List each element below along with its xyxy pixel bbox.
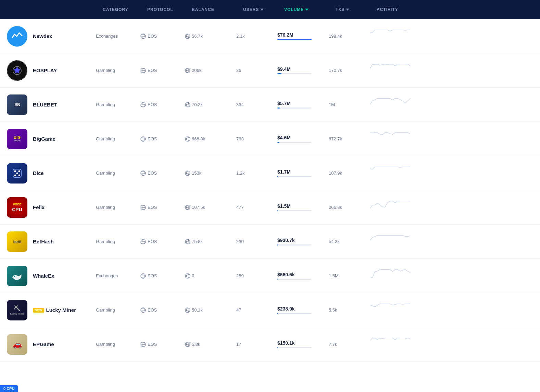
volume-bar-container (277, 279, 312, 280)
cell-users-newdex: 2.1k (236, 34, 277, 39)
users-sort-icon (260, 9, 264, 11)
svg-point-27 (14, 170, 16, 172)
app-name-text: BetHash (33, 239, 54, 244)
app-name-text: BLUEBET (33, 102, 57, 108)
eos-icon (140, 170, 146, 176)
cell-protocol-bluebet: EOS (140, 102, 185, 108)
eos-icon (140, 239, 146, 244)
volume-bar-container (277, 244, 312, 245)
header-balance[interactable]: BALANCE (192, 7, 243, 12)
cell-txs-bluebet: 1M (329, 102, 370, 107)
header-protocol[interactable]: PROTOCOL (147, 7, 192, 12)
volume-bar-container (277, 73, 312, 74)
eos-icon (140, 102, 146, 108)
header-volume[interactable]: VOLUME (284, 7, 336, 12)
cell-volume-newdex: $76.2M (277, 32, 329, 40)
app-name-felix[interactable]: Felix (27, 204, 96, 210)
eos-icon (140, 68, 146, 73)
table-row[interactable]: Dice Gambling EOS 153k 1.2k $1.7M (0, 156, 540, 190)
table-row[interactable]: WhaleEx Exchanges EOS 0 259 $660.6k (0, 259, 540, 293)
cell-activity-whaleex (370, 268, 533, 283)
cell-protocol-eosplay: EOS (140, 68, 185, 73)
app-name-eosplay[interactable]: EOSPLAY (27, 67, 96, 73)
table-row[interactable]: FREECPU Felix Gambling EOS 107.5k 477 $1… (0, 190, 540, 225)
cell-volume-epgame: $150.1k (277, 340, 329, 348)
header-users[interactable]: USERS (243, 7, 284, 12)
app-name-text: EOSPLAY (33, 67, 57, 73)
table-row[interactable]: EOSPLAY Gambling EOS 206k 26 $9.4M (0, 53, 540, 88)
balance-eos-icon (185, 342, 190, 347)
volume-value: $9.4M (277, 66, 291, 72)
app-name-epgame[interactable]: EPGame (27, 341, 96, 347)
volume-value: $238.9k (277, 306, 295, 312)
app-name-bluebet[interactable]: BLUEBET (27, 102, 96, 108)
header-category[interactable]: CATEGORY (103, 7, 147, 12)
cell-balance-whaleex: 0 (185, 273, 236, 279)
cell-activity-felix (370, 200, 533, 215)
app-name-biggame[interactable]: BigGame (27, 136, 96, 142)
volume-value: $76.2M (277, 32, 293, 38)
table-row[interactable]: 🚗 EPGame Gambling EOS 5.8k 17 $150.1k (0, 327, 540, 362)
table-header: CATEGORY PROTOCOL BALANCE USERS VOLUME T… (0, 0, 540, 19)
cell-volume-luckyminer: $238.9k (277, 306, 329, 314)
cell-volume-whaleex: $660.6k (277, 272, 329, 280)
app-name-newdex[interactable]: Newdex (27, 33, 96, 39)
app-icon-felix: FREECPU (7, 197, 27, 218)
app-name-bethash[interactable]: BetHash (27, 239, 96, 244)
svg-marker-7 (14, 67, 21, 73)
app-name-dice[interactable]: Dice (27, 170, 96, 176)
balance-eos-icon (185, 136, 190, 142)
header-activity[interactable]: ACTIVITY (377, 7, 533, 12)
cell-protocol-luckyminer: EOS (140, 307, 185, 313)
cell-activity-epgame (370, 337, 533, 352)
eos-icon (140, 273, 146, 279)
svg-point-30 (18, 174, 20, 176)
header-txs[interactable]: TXS (336, 7, 377, 12)
cell-users-bluebet: 334 (236, 102, 277, 107)
app-name-whaleex[interactable]: WhaleEx (27, 273, 96, 279)
cell-txs-newdex: 199.4k (329, 34, 370, 39)
activity-sparkline (370, 200, 411, 214)
table-row[interactable]: BB BLUEBET Gambling EOS 70.2k 334 $5.7M (0, 88, 540, 122)
activity-sparkline (370, 97, 411, 111)
app-icon-bluebet: BB (7, 94, 27, 115)
volume-value: $1.5M (277, 203, 291, 209)
eos-icon (140, 205, 146, 210)
table-row[interactable]: ⛏Lucky Miner NEW Lucky Miner Gambling EO… (0, 293, 540, 327)
cpu-badge: 0 CPU (0, 385, 18, 392)
volume-bar (277, 347, 278, 348)
table-row[interactable]: B!G200% BigGame Gambling EOS 868.8k 793 … (0, 122, 540, 156)
cell-users-dice: 1.2k (236, 170, 277, 176)
cell-activity-biggame (370, 131, 533, 146)
cell-volume-biggame: $4.6M (277, 135, 329, 143)
cell-balance-bethash: 75.8k (185, 239, 236, 244)
volume-bar (277, 279, 278, 280)
cell-volume-bluebet: $5.7M (277, 101, 329, 109)
app-name-text: Lucky Miner (46, 307, 76, 313)
app-name-luckyminer[interactable]: NEW Lucky Miner (27, 307, 96, 313)
cell-balance-epgame: 5.8k (185, 342, 236, 347)
cell-users-bethash: 239 (236, 239, 277, 244)
volume-bar-container (277, 347, 312, 348)
table-row[interactable]: bet# BetHash Gambling EOS 75.8k 239 $930… (0, 225, 540, 259)
cell-activity-bluebet (370, 97, 533, 112)
cell-activity-dice (370, 166, 533, 180)
cell-users-eosplay: 26 (236, 68, 277, 73)
cell-category-whaleex: Exchanges (96, 273, 140, 278)
volume-bar-container (277, 210, 312, 211)
activity-sparkline (370, 337, 411, 351)
cell-balance-newdex: 56.7k (185, 34, 236, 39)
volume-sort-icon (305, 9, 309, 11)
cell-balance-dice: 153k (185, 170, 236, 176)
cell-category-epgame: Gambling (96, 342, 140, 347)
app-icon-newdex (7, 26, 27, 47)
activity-sparkline (370, 234, 411, 248)
app-icon-eosplay (7, 60, 27, 81)
rows-container: Newdex Exchanges EOS 56.7k 2.1k $76.2M (0, 19, 540, 362)
app-icon-whaleex (7, 266, 27, 286)
app-name-text: Newdex (33, 33, 52, 39)
cell-users-felix: 477 (236, 205, 277, 210)
cell-protocol-biggame: EOS (140, 136, 185, 142)
app-icon-epgame: 🚗 (7, 334, 27, 355)
table-row[interactable]: Newdex Exchanges EOS 56.7k 2.1k $76.2M (0, 19, 540, 53)
